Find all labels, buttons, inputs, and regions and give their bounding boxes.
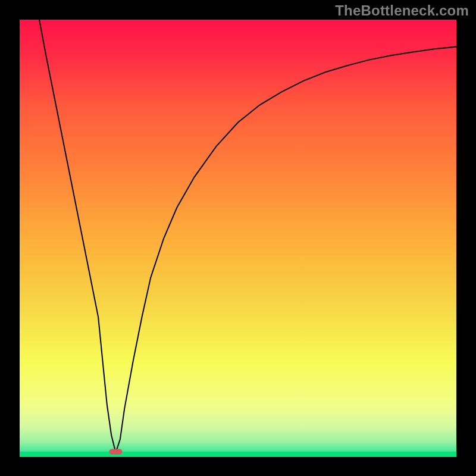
- plot-background: [20, 20, 456, 457]
- plot-container: TheBottleneck.com: [0, 0, 476, 476]
- min-marker: [109, 449, 122, 455]
- bottom-stripe: [20, 452, 456, 457]
- chart-svg: [0, 0, 476, 476]
